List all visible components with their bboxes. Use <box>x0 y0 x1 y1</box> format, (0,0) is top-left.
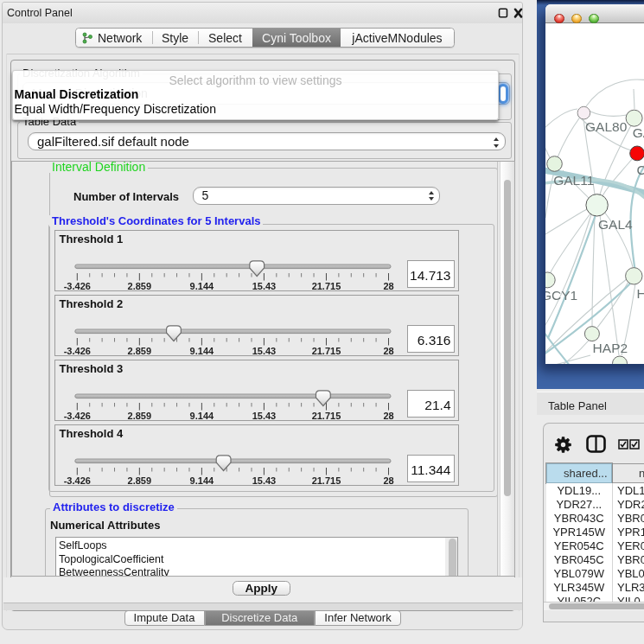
svg-text:9.144: 9.144 <box>190 280 214 290</box>
svg-text:GAL11: GAL11 <box>553 173 594 188</box>
svg-text:21.715: 21.715 <box>312 410 341 420</box>
svg-text:2.859: 2.859 <box>128 345 152 355</box>
svg-text:9.144: 9.144 <box>190 475 214 485</box>
svg-text:28: 28 <box>383 475 393 485</box>
svg-text:15.43: 15.43 <box>252 475 277 485</box>
svg-text:28: 28 <box>383 280 393 290</box>
svg-text:GAL80: GAL80 <box>585 119 628 134</box>
svg-text:28: 28 <box>383 345 393 355</box>
svg-text:21.715: 21.715 <box>312 475 341 485</box>
svg-text:2.859: 2.859 <box>128 475 152 485</box>
svg-text:GA: GA <box>633 125 644 140</box>
svg-text:-3.426: -3.426 <box>64 410 91 420</box>
svg-text:HI: HI <box>637 286 644 301</box>
svg-text:-3.426: -3.426 <box>64 280 91 290</box>
svg-text:21.715: 21.715 <box>312 345 341 355</box>
svg-text:GAL4: GAL4 <box>598 217 633 232</box>
svg-text:2.859: 2.859 <box>128 280 152 290</box>
svg-text:9.144: 9.144 <box>190 345 214 355</box>
svg-text:15.43: 15.43 <box>252 280 277 290</box>
svg-text:-3.426: -3.426 <box>64 345 91 355</box>
svg-text:-3.426: -3.426 <box>64 475 91 485</box>
svg-text:2.859: 2.859 <box>128 410 152 420</box>
svg-text:15.43: 15.43 <box>252 410 277 420</box>
svg-text:28: 28 <box>383 410 393 420</box>
svg-text:15.43: 15.43 <box>252 345 277 355</box>
svg-text:HAP2: HAP2 <box>593 341 628 355</box>
svg-text:GCY1: GCY1 <box>545 288 577 303</box>
svg-text:21.715: 21.715 <box>312 280 341 290</box>
svg-text:9.144: 9.144 <box>190 410 214 420</box>
svg-text:C: C <box>636 163 644 177</box>
